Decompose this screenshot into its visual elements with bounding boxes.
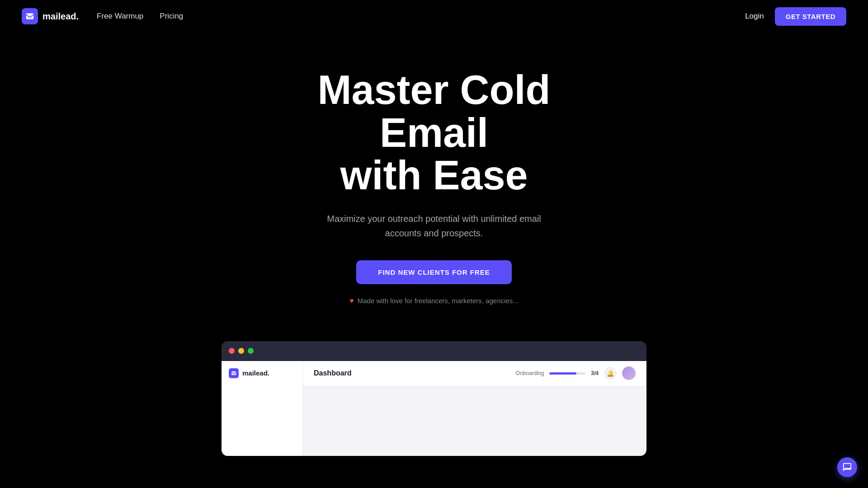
chat-bubble-button[interactable]: [837, 457, 857, 477]
dashboard-main-area: Dashboard Onboarding 3/4 🔔: [303, 361, 646, 456]
browser-window: mailead. Dashboard Onboarding 3/4 🔔: [222, 341, 646, 456]
hero-subtitle: Maximize your outreach potential with un…: [326, 211, 542, 240]
browser-bar: [222, 341, 646, 361]
window-dot-green: [248, 348, 254, 354]
free-warmup-link[interactable]: Free Warmup: [97, 12, 143, 20]
onboarding-bar-fill: [549, 372, 576, 375]
onboarding-label: Onboarding: [516, 370, 544, 376]
sidebar-logo-icon: [229, 368, 239, 378]
hero-title-line3: with Ease: [340, 153, 528, 198]
bell-icon[interactable]: 🔔: [604, 367, 617, 380]
window-dot-yellow: [238, 348, 244, 354]
hero-love-line: ♥ Made with love for freelancers, market…: [349, 297, 519, 305]
dashboard-title: Dashboard: [314, 369, 352, 377]
onboarding-section: Onboarding 3/4 🔔: [516, 366, 636, 380]
dashboard-sidebar: mailead.: [222, 361, 303, 456]
nav-right: Login GET STARTED: [745, 7, 846, 26]
dashboard-content: mailead. Dashboard Onboarding 3/4 🔔: [222, 361, 646, 456]
dashboard-title-bar: Dashboard Onboarding 3/4 🔔: [303, 361, 646, 386]
logo-link[interactable]: mailead.: [22, 8, 79, 24]
nav-left: mailead. Free Warmup Pricing: [22, 8, 183, 24]
onboarding-progress-bar: [549, 372, 585, 375]
heart-icon: ♥: [349, 297, 354, 305]
hero-section: Master Cold Email with Ease Maximize you…: [0, 33, 868, 332]
get-started-button[interactable]: GET STARTED: [775, 7, 846, 26]
find-clients-button[interactable]: FIND NEW CLIENTS FOR FREE: [356, 260, 512, 284]
login-link[interactable]: Login: [745, 12, 764, 21]
nav-links: Free Warmup Pricing: [97, 12, 183, 21]
svg-rect-0: [26, 13, 34, 19]
svg-rect-1: [231, 371, 236, 375]
nav-item-free-warmup[interactable]: Free Warmup: [97, 12, 143, 21]
sidebar-logo-text: mailead.: [242, 369, 269, 377]
logo-icon: [22, 8, 38, 24]
onboarding-badge: 3/4: [591, 370, 599, 376]
logo-text: mailead.: [42, 11, 79, 22]
topbar-icons: 🔔: [604, 366, 636, 380]
hero-love-text: Made with love for freelancers, marketer…: [358, 297, 519, 305]
hero-title: Master Cold Email with Ease: [317, 69, 550, 197]
pricing-link[interactable]: Pricing: [160, 12, 183, 20]
avatar-image: [622, 366, 636, 380]
sidebar-logo: mailead.: [222, 368, 302, 385]
nav-item-pricing[interactable]: Pricing: [160, 12, 183, 21]
window-dot-red: [229, 348, 235, 354]
user-avatar: [622, 366, 636, 380]
dashboard-preview-wrap: mailead. Dashboard Onboarding 3/4 🔔: [0, 332, 868, 456]
hero-title-line2: Email: [380, 110, 488, 155]
hero-title-line1: Master Cold: [317, 67, 550, 113]
main-nav: mailead. Free Warmup Pricing Login GET S…: [0, 0, 868, 33]
